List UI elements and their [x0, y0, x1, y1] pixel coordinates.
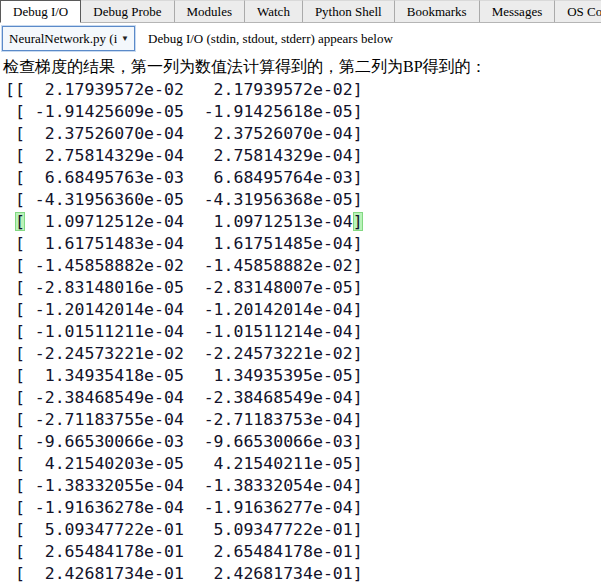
tab-debug-io-label: Debug I/O	[13, 4, 68, 20]
tab-bookmarks[interactable]: Bookmarks	[395, 0, 480, 22]
matrix-row: [ 2.65484178e-01 2.65484178e-01]	[5, 541, 601, 563]
process-selector-value: NeuralNetwork.py (i	[9, 31, 117, 47]
matrix-row: [ -1.20142014e-04 -1.20142014e-04]	[5, 299, 601, 321]
matrix-row: [ -2.83148016e-05 -2.83148007e-05]	[5, 277, 601, 299]
matrix-row: [[ 2.17939572e-02 2.17939572e-02]	[5, 79, 601, 101]
tool-tab-bar: Debug I/O Debug Probe Modules Watch Pyth…	[0, 0, 601, 23]
matrix-row: [ -9.66530066e-03 -9.66530066e-03]	[5, 431, 601, 453]
matrix-row: [ -2.38468549e-04 -2.38468549e-04]	[5, 387, 601, 409]
matrix-row: [ 2.37526070e-04 2.37526070e-04]	[5, 123, 601, 145]
bracket-match-highlight: ]	[353, 212, 363, 231]
matrix-row: [ 5.09347722e-01 5.09347722e-01]	[5, 519, 601, 541]
tab-messages-label: Messages	[492, 4, 543, 20]
matrix-row: [ -1.91636278e-04 -1.91636277e-04]	[5, 497, 601, 519]
matrix-row: [ 1.09712512e-04 1.09712513e-04]	[5, 211, 601, 233]
matrix-row: [ -1.01511211e-04 -1.01511214e-04]	[5, 321, 601, 343]
matrix-row: [ 2.75814329e-04 2.75814329e-04]	[5, 145, 601, 167]
process-selector-dropdown[interactable]: NeuralNetwork.py (i ▼	[2, 26, 135, 51]
matrix-row: [ 1.61751483e-04 1.61751485e-04]	[5, 233, 601, 255]
matrix-row: [ -2.24573221e-02 -2.24573221e-02]	[5, 343, 601, 365]
stdout-output-area: 检查梯度的结果，第一列为数值法计算得到的，第二列为BP得到的： [[ 2.179…	[0, 54, 601, 584]
matrix-row: [ 4.21540203e-05 4.21540211e-05]	[5, 453, 601, 475]
matrix-row: [ -4.31956360e-05 -4.31956368e-05]	[5, 189, 601, 211]
tab-python-shell[interactable]: Python Shell	[303, 0, 395, 22]
matrix-row: [ -1.45858882e-02 -1.45858882e-02]	[5, 255, 601, 277]
chevron-down-icon: ▼	[121, 34, 129, 43]
matrix-row: [ -1.91425609e-05 -1.91425618e-05]	[5, 101, 601, 123]
matrix-row: [ 1.34935418e-05 1.34935395e-05]	[5, 365, 601, 387]
matrix-row: [ -2.71183755e-04 -2.71183753e-04]	[5, 409, 601, 431]
bracket-match-highlight: [	[15, 212, 25, 231]
io-description-label: Debug I/O (stdin, stdout, stderr) appear…	[148, 31, 393, 47]
tab-messages[interactable]: Messages	[480, 0, 556, 22]
tab-os-commands-label: OS Commands	[567, 4, 601, 20]
matrix-row: [ 6.68495763e-03 6.68495764e-03]	[5, 167, 601, 189]
matrix-row: [ 2.42681734e-01 2.42681734e-01]	[5, 563, 601, 584]
matrix-row: [ -1.38332055e-04 -1.38332054e-04]	[5, 475, 601, 497]
gradient-check-header: 检查梯度的结果，第一列为数值法计算得到的，第二列为BP得到的：	[1, 54, 601, 79]
tab-modules[interactable]: Modules	[175, 0, 246, 22]
tab-debug-io[interactable]: Debug I/O	[0, 0, 81, 23]
debug-io-panel: Debug I/O Debug Probe Modules Watch Pyth…	[0, 0, 601, 584]
tab-os-commands[interactable]: OS Commands	[555, 0, 601, 22]
debug-io-toolbar: NeuralNetwork.py (i ▼ Debug I/O (stdin, …	[0, 23, 601, 54]
tab-watch-label: Watch	[257, 4, 290, 20]
output-rows: [[ 2.17939572e-02 2.17939572e-02] [ -1.9…	[1, 79, 601, 584]
tab-python-shell-label: Python Shell	[315, 4, 382, 20]
tab-bookmarks-label: Bookmarks	[407, 4, 467, 20]
tab-modules-label: Modules	[187, 4, 233, 20]
tab-debug-probe-label: Debug Probe	[93, 4, 161, 20]
tab-debug-probe[interactable]: Debug Probe	[81, 0, 174, 22]
tab-watch[interactable]: Watch	[245, 0, 303, 22]
